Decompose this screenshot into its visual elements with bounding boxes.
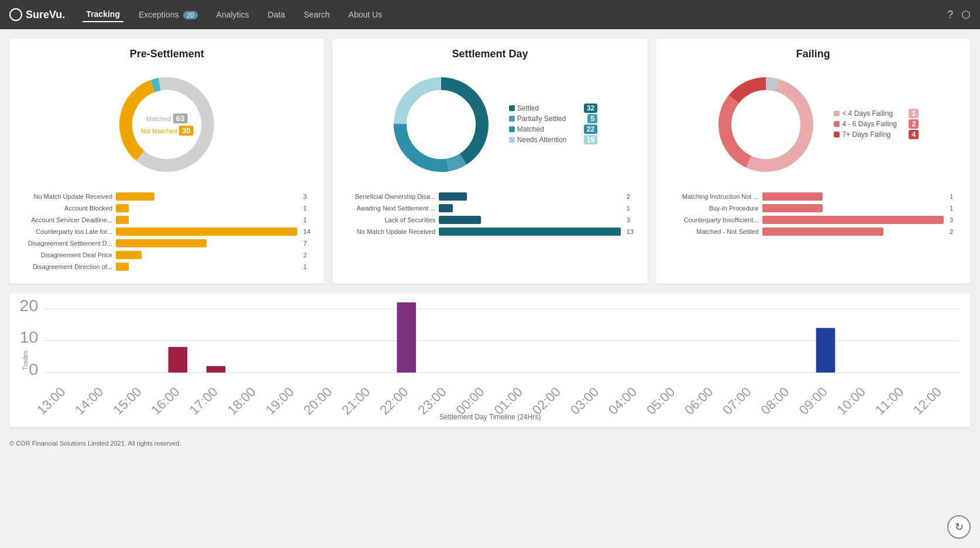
legend-item: Partially Settled 5 — [509, 114, 597, 123]
bar-value: 2 — [627, 193, 638, 200]
bar-row: Lack of Securities 3 — [342, 216, 638, 224]
logout-icon[interactable]: ⬡ — [961, 8, 971, 21]
bar-track — [762, 192, 944, 201]
bar-value: 3 — [627, 216, 638, 223]
legend-label: Needs Attention — [517, 136, 582, 144]
bar-row: No Match Update Received 3 — [19, 192, 315, 201]
bar-fill — [439, 192, 467, 201]
bar-track — [116, 204, 297, 212]
nav-actions: ? ⬡ — [947, 8, 971, 21]
nav-exceptions[interactable]: Exceptions 20 — [135, 8, 201, 22]
legend-dot — [509, 126, 515, 132]
bar-label: Account Servicer Deadline... — [19, 216, 112, 223]
logo-circle — [9, 8, 22, 21]
x-axis-label: Settlement Day Timeline (24Hrs) — [9, 413, 971, 421]
pre-settlement-bars: No Match Update Received 3 Account Block… — [19, 192, 315, 271]
bar-track — [762, 228, 944, 236]
bar-fill — [116, 239, 207, 247]
navigation: SureVu. Tracking Exceptions 20 Analytics… — [0, 0, 980, 29]
legend-dot — [834, 111, 840, 116]
legend-item: 4 - 6 Days Failing 2 — [834, 119, 919, 129]
bar-value: 1 — [950, 205, 961, 212]
bar-track — [762, 204, 944, 212]
bar-row: Counterparty Insufficient... 3 — [665, 216, 961, 224]
nav-about[interactable]: About Us — [345, 8, 386, 22]
bar-track — [439, 192, 620, 201]
failing-panel: Failing < 4 Days Failing — [656, 39, 971, 284]
bar-value: 2 — [950, 228, 961, 235]
legend-dot — [509, 137, 515, 143]
nav-data[interactable]: Data — [264, 8, 289, 22]
bar-track — [116, 239, 297, 247]
timeline-panel: Trades 0102013:0014:0015:0016:0017:0018:… — [9, 293, 971, 427]
bar-label: Disagreement Direction of... — [19, 263, 112, 270]
pre-settlement-donut: Matched 63 Not Matched 30 — [19, 66, 315, 183]
legend-value: 5 — [587, 114, 597, 123]
svg-text:10: 10 — [19, 328, 38, 346]
bar-value: 1 — [303, 216, 315, 223]
bar-label: Matched - Not Settled — [665, 228, 759, 235]
bar-value: 1 — [303, 205, 315, 212]
bar-fill — [439, 228, 620, 236]
logo: SureVu. — [9, 8, 65, 21]
bar-value: 1 — [950, 193, 961, 200]
failing-bars: Matching Instruction Not ... 1 Buy-in Pr… — [665, 192, 961, 236]
legend-value: 1 — [909, 109, 919, 118]
bar-value: 3 — [303, 193, 315, 200]
bar-row: Awaiting Next Settlement ... 1 — [342, 204, 638, 212]
legend-label: Settled — [517, 104, 582, 112]
bar-fill — [116, 204, 129, 212]
settlement-day-bars: Beneficial Ownership Disa... 2 Awaiting … — [342, 192, 638, 236]
nav-search[interactable]: Search — [300, 8, 333, 22]
legend-value: 4 — [909, 130, 919, 139]
bar-track — [116, 228, 297, 236]
footer: © COR Financial Solutions Limited 2021. … — [0, 436, 980, 450]
nav-tracking[interactable]: Tracking — [82, 7, 123, 22]
bar-value: 1 — [627, 205, 638, 212]
nav-analytics[interactable]: Analytics — [213, 8, 253, 22]
bar-row: Buy-in Procedure 1 — [665, 204, 961, 212]
legend-label: 4 - 6 Days Failing — [842, 120, 906, 128]
logo-text: SureVu. — [26, 9, 65, 21]
bar-fill — [762, 192, 823, 201]
main-content: Pre-Settlement Matched 63 Not M — [0, 29, 980, 436]
failing-title: Failing — [665, 48, 961, 60]
bar-fill — [439, 204, 453, 212]
legend-value: 32 — [584, 104, 597, 113]
bar-label: Beneficial Ownership Disa... — [342, 193, 435, 200]
bar-row: Matched - Not Settled 2 — [665, 228, 961, 236]
legend-label: < 4 Days Failing — [842, 109, 906, 118]
y-axis-label: Trades — [22, 350, 29, 370]
legend-value: 19 — [584, 135, 597, 144]
bar-value: 1 — [303, 263, 315, 270]
matched-label: Matched — [146, 115, 171, 122]
legend-value: 2 — [909, 119, 919, 129]
settlement-day-panel: Settlement Day Settled — [332, 39, 647, 284]
help-icon[interactable]: ? — [947, 9, 953, 21]
bar-label: No Match Update Received — [19, 193, 112, 200]
legend-item: < 4 Days Failing 1 — [834, 109, 919, 118]
svg-rect-22 — [207, 366, 226, 373]
bar-value: 3 — [950, 216, 961, 223]
legend-dot — [509, 116, 515, 122]
legend-item: 7+ Days Failing 4 — [834, 130, 919, 139]
bar-label: Account Blocked — [19, 205, 112, 212]
bar-value: 14 — [303, 228, 315, 235]
bar-row: Account Blocked 1 — [19, 204, 315, 212]
pre-settlement-donut-labels: Matched 63 Not Matched 30 — [140, 113, 193, 136]
bar-row: Account Servicer Deadline... 1 — [19, 216, 315, 224]
bar-row: Disagreement Settlement D... 7 — [19, 239, 315, 247]
exceptions-badge: 20 — [183, 11, 197, 19]
legend-dot — [509, 105, 515, 111]
bar-fill — [762, 228, 883, 236]
bar-label: Disagreement Settlement D... — [19, 240, 112, 247]
pre-settlement-panel: Pre-Settlement Matched 63 Not M — [9, 39, 324, 284]
bar-fill — [116, 251, 142, 259]
bar-row: Disagreement Deal Price 2 — [19, 251, 315, 259]
svg-rect-20 — [169, 347, 188, 373]
bar-track — [116, 216, 297, 224]
bar-value: 2 — [303, 251, 315, 259]
settlement-day-donut — [383, 66, 500, 183]
pre-settlement-title: Pre-Settlement — [19, 48, 315, 60]
settlement-day-legend: Settled 32 Partially Settled 5 Matched 2… — [509, 104, 597, 146]
